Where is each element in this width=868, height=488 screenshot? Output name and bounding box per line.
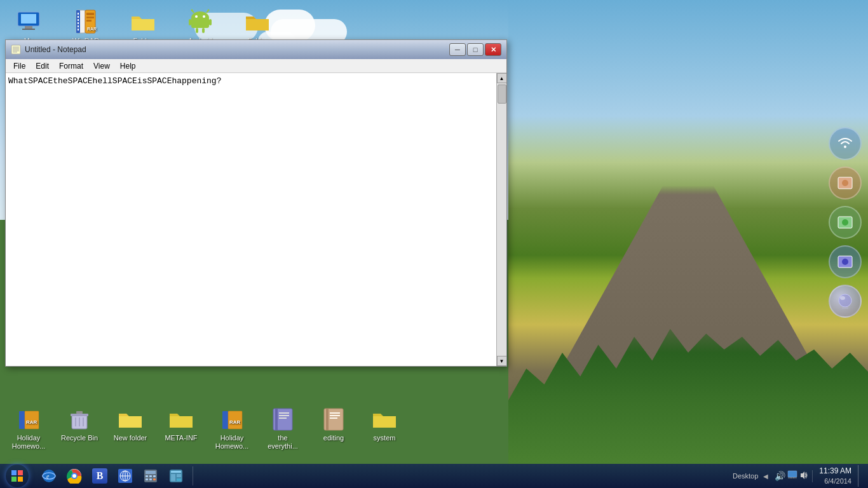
taskbar-arrow[interactable]: ◀ [763,473,768,480]
window-titlebar[interactable]: Untitled - Notepad ─ □ ✕ [6,40,506,59]
taskbar-icon-ie[interactable]: e [37,464,61,488]
taskbar-icon-chrome[interactable] [62,464,86,488]
notepad-title-text: Untitled - Notepad [25,45,86,54]
maximize-button[interactable]: □ [467,43,484,56]
menu-help[interactable]: Help [115,60,141,72]
svg-point-57 [842,259,848,265]
svg-rect-69 [11,477,17,482]
menu-view[interactable]: View [88,60,115,72]
menu-format[interactable]: Format [54,60,88,72]
svg-point-51 [844,146,846,148]
taskbar: e B [0,464,868,488]
desktop-icon-label: editing [323,434,344,442]
photo-gadget-icon [836,173,855,193]
svg-rect-84 [146,475,148,477]
svg-rect-92 [171,474,175,481]
svg-rect-95 [788,471,797,477]
photo2-gadget-icon [836,213,855,232]
start-orb [6,464,29,487]
start-button[interactable] [0,464,34,488]
svg-rect-23 [196,28,198,33]
svg-rect-43 [279,412,289,414]
svg-rect-93 [177,474,181,477]
desktop-icon-label: META-INF [165,434,197,442]
svg-rect-67 [11,470,17,475]
svg-point-76 [72,474,76,478]
svg-rect-9 [78,22,79,24]
svg-rect-88 [149,478,152,480]
svg-rect-48 [330,412,340,414]
gadget-photo3[interactable] [829,245,862,278]
desktop-icon-holiday2[interactable]: RAR Holiday Homewo... [210,403,254,453]
svg-rect-85 [149,475,152,477]
speaker-icon[interactable] [799,471,808,482]
show-desktop-button[interactable] [858,465,863,487]
menu-edit[interactable]: Edit [31,60,54,72]
svg-point-28 [208,10,210,11]
taskbar-icon-languages[interactable] [113,464,137,488]
scroll-thumb[interactable] [498,85,506,104]
speaker-svg-icon [799,471,808,480]
svg-point-20 [203,15,205,18]
svg-rect-45 [279,417,287,419]
gadget-wifi[interactable] [829,127,862,160]
svg-point-58 [839,294,851,307]
bold-app-icon: B [92,468,107,484]
svg-text:RAR: RAR [26,419,37,425]
vertical-scrollbar[interactable]: ▲ ▼ [496,73,506,366]
svg-rect-11 [78,29,79,30]
volume-icon[interactable]: 🔊 [775,471,785,481]
gadget-photo2[interactable] [829,206,862,239]
meta-inf-icon [168,406,194,431]
desktop-icon-label: Holiday Homewo... [212,434,252,451]
scroll-down-arrow[interactable]: ▼ [497,356,507,366]
photo3-gadget-icon [836,252,855,271]
desktop-label[interactable]: Desktop [730,472,761,480]
svg-rect-6 [78,13,79,15]
svg-rect-94 [177,478,181,481]
desktop-icon-editing[interactable]: editing [311,403,356,453]
svg-point-59 [840,296,845,300]
svg-rect-18 [191,18,209,28]
taskbar-icon-app[interactable] [164,464,188,488]
desktop-icon-system[interactable]: system [362,403,407,453]
taskbar-icon-calculator[interactable] [139,464,163,488]
notepad-content-area: WhatSPACEtheSPACEhellSPACEisSPACEhappeni… [6,73,506,366]
gadget-crystal[interactable] [829,285,862,318]
svg-rect-50 [330,417,337,419]
windows-logo-icon [11,470,24,482]
close-button[interactable]: ✕ [485,43,501,56]
desktop-icon-new-folder[interactable]: New folder [108,403,153,453]
gadget-photo1[interactable] [829,166,862,200]
minimize-button[interactable]: ─ [449,43,466,56]
svg-rect-47 [326,409,329,430]
desktop-icons-bottom: RAR Holiday Homewo... Recycle Bin New fo… [0,397,413,459]
desktop-icon-label: the everythi... [263,434,302,451]
desktop-icon-recycle[interactable]: Recycle Bin [57,403,102,453]
folder-winrar-icon: RAR [16,406,41,431]
network-svg-icon [787,470,797,480]
svg-rect-44 [279,415,289,416]
system-clock[interactable]: 11:39 AM 6/4/2014 [815,466,855,485]
desktop-icon-label: New folder [114,434,147,442]
computer-icon [16,9,41,34]
desktop-icon-label: system [374,434,396,442]
svg-point-19 [195,15,198,18]
desktop-icon-book[interactable]: the everythi... [261,403,305,453]
clock-time: 11:39 AM [819,466,851,477]
desktop-icon-meta-inf[interactable]: META-INF [159,403,203,453]
network-icon[interactable] [787,470,797,482]
svg-point-53 [842,180,848,186]
folder-icon [130,9,156,34]
taskbar-icon-bold[interactable]: B [88,464,112,488]
winrar-icon: RAR [73,9,98,34]
book-icon [270,406,295,431]
desktop-icon-holiday1[interactable]: RAR Holiday Homewo... [6,403,51,453]
notepad-textarea[interactable]: WhatSPACEtheSPACEhellSPACEisSPACEhappeni… [6,73,496,366]
scroll-up-arrow[interactable]: ▲ [497,73,507,83]
menu-file[interactable]: File [8,60,31,72]
languages-icon [118,468,133,484]
svg-rect-14 [86,17,94,18]
ie-icon: e [41,468,57,484]
taskbar-separator [193,466,193,485]
